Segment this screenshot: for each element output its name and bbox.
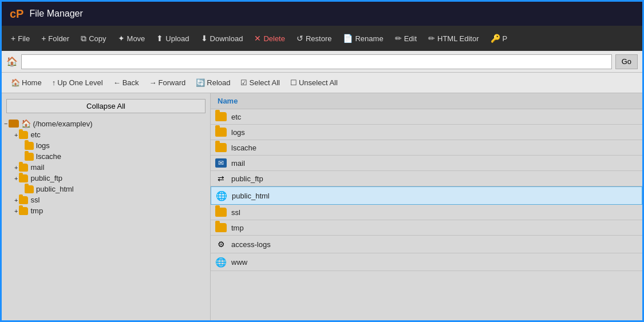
folder-icon [19, 164, 28, 172]
sidebar-root-label: (/home/examplev) [33, 120, 92, 128]
sidebar-item-lscache[interactable]: lscache [2, 151, 210, 162]
sidebar-item-public-html[interactable]: public_html [2, 184, 210, 194]
title-bar: cP File Manager [2, 2, 642, 26]
home-nav-icon: 🏠 [11, 78, 20, 87]
file-row[interactable]: mail [211, 156, 642, 171]
back-icon: ← [113, 78, 121, 87]
sidebar-item-tmp[interactable]: + tmp [2, 205, 210, 216]
sidebar-item-public-ftp[interactable]: + public_ftp [2, 173, 210, 184]
address-bar: 🏠 Go [2, 51, 642, 73]
file-row[interactable]: etc [211, 109, 642, 125]
rename-button-label: Rename [355, 34, 383, 43]
sidebar-item-mail[interactable]: + mail [2, 162, 210, 173]
up-icon: ↑ [52, 78, 56, 87]
back-button[interactable]: ← Back [109, 77, 144, 89]
file-name: ssl [231, 208, 240, 217]
address-input[interactable] [21, 54, 612, 69]
globe-icon: 🌐 [216, 190, 227, 201]
download-button-label: Download [210, 34, 243, 43]
go-button[interactable]: Go [615, 54, 638, 69]
unselect-all-label: Unselect All [299, 78, 338, 87]
plus-icon: + [41, 34, 46, 43]
address-home-icon[interactable]: 🏠 [6, 56, 18, 67]
rename-button[interactable]: 📄 Rename [338, 31, 388, 45]
select-all-button[interactable]: ☑ Select All [236, 77, 284, 89]
file-name: public_html [232, 192, 270, 200]
file-name: lscache [231, 144, 256, 152]
upload-button-label: Upload [165, 34, 189, 43]
rename-icon: 📄 [343, 34, 353, 43]
restore-button[interactable]: ↺ Restore [292, 31, 337, 45]
upload-icon: ⬆ [156, 34, 163, 43]
restore-button-label: Restore [306, 34, 332, 43]
sidebar-mail-label: mail [30, 163, 44, 172]
file-row[interactable]: lscache [211, 140, 642, 156]
reload-button[interactable]: 🔄 Reload [191, 77, 235, 89]
main-content: Collapse All − 🏠 (/home/examplev) + etc … [2, 93, 642, 322]
folder-icon [215, 128, 227, 137]
plus-icon: + [14, 175, 18, 182]
move-icon: ✦ [118, 34, 125, 43]
file-name: logs [231, 128, 245, 137]
folder-icon [19, 131, 28, 139]
file-row[interactable]: 🌐 public_html [211, 186, 642, 205]
sidebar-lscache-label: lscache [36, 152, 61, 161]
edit-button-label: Edit [404, 34, 417, 43]
plus-icon: + [14, 164, 18, 171]
cpanel-logo: cP [10, 7, 23, 21]
file-list-header: Name [211, 93, 642, 109]
download-button[interactable]: ⬇ Download [196, 31, 248, 45]
file-row[interactable]: 🌐 www [211, 253, 642, 271]
minus-icon: − [4, 120, 7, 127]
more-button[interactable]: 🔑 P [486, 31, 512, 45]
folder-icon [215, 208, 227, 217]
folder-icon [215, 112, 227, 121]
home-nav-button[interactable]: 🏠 Home [6, 77, 46, 89]
select-all-label: Select All [249, 78, 279, 87]
reload-label: Reload [207, 78, 230, 87]
sidebar-item-logs[interactable]: logs [2, 140, 210, 151]
html-editor-button-label: HTML Editor [437, 34, 479, 43]
plus-icon: + [14, 132, 18, 138]
forward-button[interactable]: → Forward [145, 77, 191, 89]
plus-icon: + [11, 34, 15, 43]
unselect-all-icon: ☐ [290, 78, 297, 87]
edit-button[interactable]: ✏ Edit [390, 31, 421, 45]
file-button[interactable]: + File [6, 31, 34, 45]
folder-button-label: Folder [48, 34, 69, 43]
folder-icon [25, 185, 34, 193]
file-row[interactable]: ⇄ public_ftp [211, 171, 642, 186]
upload-button[interactable]: ⬆ Upload [152, 31, 193, 45]
sidebar-item-ssl[interactable]: + ssl [2, 194, 210, 205]
sidebar-ssl-label: ssl [30, 196, 39, 204]
restore-icon: ↺ [297, 34, 303, 43]
sidebar-etc-label: etc [30, 130, 40, 139]
sidebar-public-ftp-label: public_ftp [30, 174, 62, 182]
html-editor-button[interactable]: ✏ HTML Editor [424, 31, 483, 45]
select-all-icon: ☑ [240, 78, 247, 87]
sidebar-item-root[interactable]: − 🏠 (/home/examplev) [2, 118, 210, 129]
sidebar-item-etc[interactable]: + etc [2, 129, 210, 140]
up-one-level-button[interactable]: ↑ Up One Level [48, 77, 108, 89]
folder-icon [215, 143, 227, 152]
file-list: Name etc logs lscache mail ⇄ public_ftp [211, 93, 642, 322]
sidebar: Collapse All − 🏠 (/home/examplev) + etc … [2, 93, 211, 322]
folder-icon [19, 174, 28, 182]
collapse-all-button[interactable]: Collapse All [6, 99, 206, 113]
file-row[interactable]: ssl [211, 205, 642, 220]
copy-button[interactable]: ⧉ Copy [76, 31, 110, 46]
sidebar-logs-label: logs [36, 141, 50, 150]
move-button[interactable]: ✦ Move [113, 31, 150, 45]
file-name: public_ftp [231, 174, 263, 183]
folder-button[interactable]: + Folder [37, 31, 74, 45]
nav-bar: 🏠 Home ↑ Up One Level ← Back → Forward 🔄… [2, 73, 642, 93]
file-row[interactable]: ⚙ access-logs [211, 236, 642, 253]
delete-button[interactable]: ✕ Delete [250, 31, 290, 45]
file-row[interactable]: logs [211, 125, 642, 140]
ftp-icon: ⇄ [215, 174, 227, 183]
copy-button-label: Copy [89, 34, 106, 43]
file-name: mail [231, 159, 245, 168]
file-name: access-logs [231, 240, 271, 249]
file-row[interactable]: tmp [211, 220, 642, 236]
unselect-all-button[interactable]: ☐ Unselect All [286, 77, 342, 89]
